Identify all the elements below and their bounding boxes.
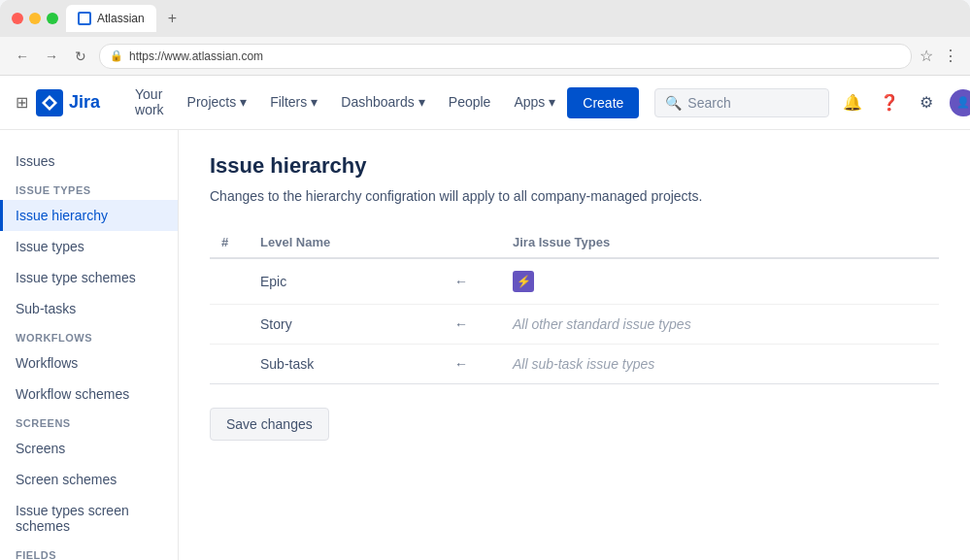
projects-chevron: ▾ (240, 94, 247, 110)
page-description: Changes to the hierarchy configration wi… (210, 188, 939, 204)
nav-your-work[interactable]: Your work (123, 76, 176, 130)
svg-rect-1 (36, 89, 63, 116)
table-row: Story ← All other standard issue types (210, 305, 939, 345)
tab-favicon (78, 12, 91, 25)
nav-right: 🔍 Search 🔔 ❓ ⚙ 👤 (654, 88, 970, 117)
tab-title: Atlassian (97, 12, 145, 25)
apps-chevron: ▾ (549, 94, 555, 110)
sidebar-item-issue-types[interactable]: Issue types (0, 231, 178, 262)
row-subtask-arrow: ← (443, 345, 501, 384)
row-story-types: All other standard issue types (501, 305, 939, 345)
epic-badge: ⚡ (513, 271, 534, 292)
window-controls (12, 13, 58, 24)
close-dot (12, 13, 23, 24)
sidebar-item-screens[interactable]: Screens (0, 433, 178, 464)
main-content: Issue hierarchy Changes to the hierarchy… (179, 130, 970, 560)
grid-icon[interactable]: ⊞ (16, 93, 28, 112)
sidebar-item-workflow-schemes[interactable]: Workflow schemes (0, 379, 178, 410)
row-story-arrow: ← (443, 305, 501, 345)
maximize-dot (47, 13, 58, 24)
sidebar-section-workflows: WORKFLOWS (0, 324, 178, 347)
sidebar-section-screens: SCREENS (0, 410, 178, 433)
row-epic-arrow: ← (443, 258, 501, 305)
menu-icon[interactable]: ⋮ (943, 47, 958, 65)
star-icon[interactable]: ☆ (920, 47, 933, 65)
address-bar[interactable]: 🔒 https://www.atlassian.com (99, 44, 912, 69)
search-bar[interactable]: 🔍 Search (654, 88, 829, 117)
sidebar-item-issue-hierarchy[interactable]: Issue hierarchy (0, 200, 178, 231)
sidebar-item-issues[interactable]: Issues (0, 146, 178, 177)
svg-rect-0 (80, 14, 89, 23)
row-epic-types: ⚡ (501, 258, 939, 305)
nav-items: Your work Projects ▾ Filters ▾ Dashboard… (123, 76, 654, 130)
story-arrow-icon: ← (454, 316, 468, 332)
nav-filters[interactable]: Filters ▾ (258, 76, 329, 130)
hierarchy-table: # Level Name Jira Issue Types Epic ← (210, 227, 939, 384)
browser-tab[interactable]: Atlassian (66, 5, 156, 32)
url-text: https://www.atlassian.com (129, 49, 263, 63)
create-button[interactable]: Create (567, 87, 639, 118)
refresh-button[interactable]: ↻ (70, 46, 91, 67)
table-row: Epic ← ⚡ (210, 258, 939, 305)
back-button[interactable]: ← (12, 46, 33, 67)
nav-apps[interactable]: Apps ▾ (502, 76, 567, 130)
sidebar-item-issue-type-schemes[interactable]: Issue type schemes (0, 262, 178, 293)
lock-icon: 🔒 (110, 49, 123, 62)
nav-dashboards[interactable]: Dashboards ▾ (329, 76, 437, 130)
col-header-arrow (443, 227, 501, 258)
save-changes-button[interactable]: Save changes (210, 408, 329, 441)
epic-arrow-icon: ← (454, 274, 468, 289)
browser-actions: ☆ ⋮ (920, 47, 958, 65)
forward-button[interactable]: → (41, 46, 62, 67)
search-icon: 🔍 (665, 95, 682, 111)
subtask-type-label: All sub-task issue types (513, 356, 654, 372)
dashboards-chevron: ▾ (418, 94, 425, 110)
nav-people[interactable]: People (437, 76, 503, 130)
story-type-label: All other standard issue types (513, 316, 691, 332)
browser-toolbar: ← → ↻ 🔒 https://www.atlassian.com ☆ ⋮ (0, 37, 970, 76)
minimize-dot (29, 13, 41, 24)
sidebar-item-workflows[interactable]: Workflows (0, 347, 178, 379)
sidebar: Issues ISSUE TYPES Issue hierarchy Issue… (0, 130, 179, 560)
col-header-hash: # (210, 227, 249, 258)
jira-logo: Jira (36, 89, 100, 116)
row-story-num (210, 305, 249, 345)
help-button[interactable]: ❓ (876, 89, 903, 116)
user-avatar[interactable]: 👤 (950, 89, 970, 116)
row-subtask-types: All sub-task issue types (501, 345, 939, 384)
subtask-arrow-icon: ← (454, 356, 468, 372)
page-title: Issue hierarchy (210, 153, 939, 179)
table-row: Sub-task ← All sub-task issue types (210, 345, 939, 384)
row-epic-level: Epic (249, 258, 443, 305)
row-epic-num (210, 258, 249, 305)
sidebar-item-screen-schemes[interactable]: Screen schemes (0, 464, 178, 495)
row-subtask-level: Sub-task (249, 345, 443, 384)
col-header-level: Level Name (249, 227, 443, 258)
jira-logo-svg (36, 89, 63, 116)
row-story-level: Story (249, 305, 443, 345)
settings-button[interactable]: ⚙ (913, 89, 940, 116)
notifications-button[interactable]: 🔔 (839, 89, 866, 116)
col-header-issue-types: Jira Issue Types (501, 227, 939, 258)
nav-projects[interactable]: Projects ▾ (176, 76, 259, 130)
new-tab-button[interactable]: + (168, 10, 177, 27)
main-layout: Issues ISSUE TYPES Issue hierarchy Issue… (0, 130, 970, 560)
sidebar-section-fields: FIELDS (0, 542, 178, 560)
sidebar-item-issue-types-screen-schemes[interactable]: Issue types screen schemes (0, 495, 178, 542)
top-nav: ⊞ Jira Your work Projects ▾ Filters (0, 76, 970, 130)
jira-logo-text: Jira (69, 92, 100, 113)
filters-chevron: ▾ (311, 94, 318, 110)
sidebar-section-issue-types: ISSUE TYPES (0, 177, 178, 200)
row-subtask-num (210, 345, 249, 384)
sidebar-item-sub-tasks[interactable]: Sub-tasks (0, 293, 178, 324)
